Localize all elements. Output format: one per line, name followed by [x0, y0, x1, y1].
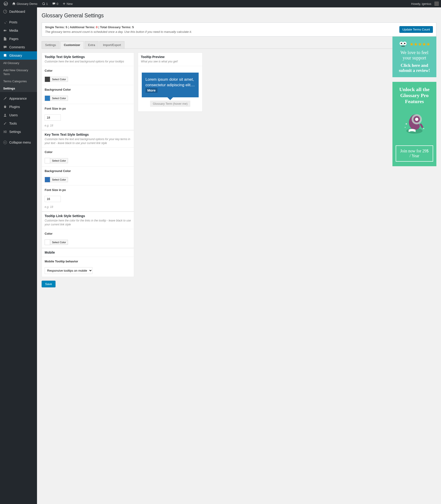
preview-title: Tooltip Preview	[141, 55, 200, 59]
promo2-title: Unlock all the Glossary Pro Features	[396, 87, 433, 105]
tooltip-text-panel: Tooltip Text Style Settings Customize he…	[42, 52, 134, 130]
dashboard-icon	[3, 9, 7, 14]
menu-comments[interactable]: Comments	[0, 43, 37, 51]
svg-point-2	[4, 30, 5, 31]
tooltip-color-label: Color	[45, 69, 131, 72]
preview-more-link[interactable]: More	[145, 88, 158, 93]
mobile-behavior-label: Mobile Tooltip behavior	[45, 260, 131, 263]
promo1-link: Click here and submit a review!	[396, 63, 433, 73]
review-promo[interactable]: ★★★★★ We love to feel your support Click…	[393, 37, 436, 77]
stars-icon: ★★★★★	[410, 41, 430, 47]
collapse-menu[interactable]: Collapse menu	[0, 138, 37, 147]
submenu-add-term[interactable]: Add New Glossary Term	[0, 67, 37, 78]
svg-point-16	[423, 128, 424, 129]
save-button[interactable]: Save	[42, 281, 56, 287]
linkstyle-sub: Customize here the color for the links i…	[45, 219, 131, 227]
menu-tools[interactable]: Tools	[0, 119, 37, 128]
user-icon	[3, 113, 7, 117]
linkstyle-title: Tooltip Link Style Settings	[45, 214, 131, 218]
keyterm-font-label: Font Size in px	[45, 188, 131, 192]
tooltip-color-swatch[interactable]	[45, 76, 50, 82]
keyterm-font-input[interactable]	[45, 196, 61, 202]
tab-customizer[interactable]: Customizer	[60, 41, 84, 49]
menu-users[interactable]: Users	[0, 111, 37, 119]
preview-hover-term[interactable]: Glossary Term (hover me)	[150, 101, 190, 107]
menu-appearance[interactable]: Appearance	[0, 94, 37, 103]
media-icon	[3, 28, 7, 33]
update-terms-button[interactable]: Update Terms Count	[399, 26, 433, 33]
promo2-mascot-icon	[396, 108, 433, 142]
comments-link[interactable]: 0	[51, 2, 60, 6]
preview-lorem: Lorem ipsum dolor sit amet, consectetur …	[145, 77, 195, 87]
tab-extra[interactable]: Extra	[85, 41, 98, 48]
brush-icon	[3, 96, 7, 101]
menu-plugins[interactable]: Plugins	[0, 103, 37, 111]
keyterm-bg-button[interactable]: Select Color	[50, 177, 68, 182]
admin-topbar: Glossary Demo 1 0 New Howdy, igenius	[0, 0, 441, 7]
settings-tabs: Settings Customizer Extra Import/Export	[42, 41, 436, 49]
linkstyle-color-label: Color	[45, 232, 131, 235]
linkstyle-color-swatch[interactable]	[45, 240, 50, 245]
tooltip-color-button[interactable]: Select Color	[50, 77, 68, 82]
collapse-icon	[3, 140, 7, 145]
wp-logo-icon[interactable]	[2, 2, 9, 6]
svg-point-12	[415, 118, 418, 121]
keyterm-font-hint: e.g. 18	[45, 205, 131, 209]
tab-settings[interactable]: Settings	[42, 41, 60, 48]
keyterm-bg-swatch[interactable]	[45, 177, 50, 183]
svg-point-15	[405, 127, 406, 128]
tooltip-text-title: Tooltip Text Style Settings	[45, 55, 131, 59]
mobile-panel: Mobile Mobile Tooltip behavior Responsiv…	[42, 248, 134, 277]
additional-terms-value: 0	[96, 25, 98, 29]
admin-sidebar: Dashboard Posts Media Pages Comments Glo…	[0, 7, 37, 504]
menu-glossary[interactable]: Glossary	[0, 51, 37, 60]
menu-settings[interactable]: Settings	[0, 128, 37, 136]
avatar[interactable]	[435, 2, 439, 6]
single-terms-label: Single Terms:	[45, 25, 65, 29]
keyterm-color-swatch[interactable]	[45, 158, 50, 164]
page-icon	[3, 37, 7, 41]
tooltip-font-label: Font Size in px	[45, 107, 131, 110]
terms-count-notice: Single Terms: 5 | Additional Terms: 0 | …	[42, 22, 436, 37]
book-icon	[3, 53, 7, 58]
site-name-link[interactable]: Glossary Demo	[11, 2, 39, 6]
submenu-settings[interactable]: Settings	[0, 85, 37, 92]
svg-point-7	[401, 43, 402, 44]
tooltip-bg-label: Background Color	[45, 88, 131, 91]
svg-rect-13	[420, 123, 424, 128]
sliders-icon	[3, 129, 7, 134]
keyterm-color-label: Color	[45, 150, 131, 154]
additional-terms-label: Additional Terms:	[70, 25, 95, 29]
updates-link[interactable]: 1	[40, 2, 49, 6]
notice-description: The glossary terms amount count is sched…	[45, 30, 192, 33]
tooltip-bg-swatch[interactable]	[45, 95, 50, 101]
linkstyle-panel: Tooltip Link Style Settings Customize he…	[42, 212, 134, 248]
glossary-submenu: All Glossary Add New Glossary Term Terms…	[0, 60, 37, 92]
promo2-join-button[interactable]: Join now for 29$ / Year	[396, 145, 433, 162]
plug-icon	[3, 105, 7, 109]
submenu-all-glossary[interactable]: All Glossary	[0, 60, 37, 67]
preview-sub: What you see is what you get!	[141, 60, 200, 63]
menu-posts[interactable]: Posts	[0, 18, 37, 26]
tab-import-export[interactable]: Import/Export	[99, 41, 125, 48]
tooltip-bg-button[interactable]: Select Color	[50, 96, 68, 101]
howdy-link[interactable]: Howdy, igenius	[410, 2, 433, 6]
promo1-text: We love to feel your support	[396, 50, 433, 61]
new-link[interactable]: New	[61, 2, 74, 6]
pro-promo[interactable]: Unlock all the Glossary Pro Features Joi…	[393, 82, 436, 166]
keyterm-bg-label: Background Color	[45, 169, 131, 173]
menu-media[interactable]: Media	[0, 26, 37, 35]
svg-point-14	[406, 123, 407, 125]
menu-dashboard[interactable]: Dashboard	[0, 7, 37, 16]
total-terms-label: Total Glossary Terms:	[100, 25, 131, 29]
preview-panel: Tooltip Preview What you see is what you…	[138, 52, 203, 112]
keyterm-color-button[interactable]: Select Color	[50, 158, 68, 163]
linkstyle-color-button[interactable]: Select Color	[50, 240, 68, 245]
tooltip-font-input[interactable]	[45, 114, 61, 121]
submenu-terms-categories[interactable]: Terms Categories	[0, 78, 37, 85]
menu-pages[interactable]: Pages	[0, 35, 37, 43]
keyterm-panel: Key Term Text Style Settings Customize h…	[42, 130, 134, 212]
mobile-behavior-select[interactable]: Responsive tooltips on mobile	[45, 267, 93, 274]
keyterm-title: Key Term Text Style Settings	[45, 133, 131, 137]
svg-point-8	[404, 43, 405, 44]
